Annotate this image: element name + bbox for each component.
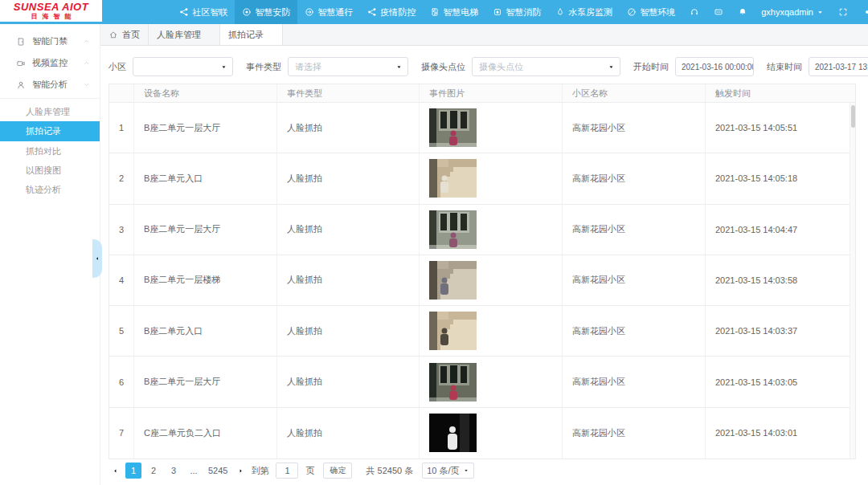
event-type-cell: 人脸抓拍	[277, 357, 420, 407]
goto-page-input[interactable]	[276, 463, 298, 479]
username: gxhyxqadmin	[761, 7, 813, 17]
chevron-down-icon	[463, 467, 469, 474]
event-type-filter-label: 事件类型	[246, 61, 281, 73]
top-nav-item[interactable]: 疫情防控	[360, 0, 423, 24]
page-button[interactable]: 3	[166, 463, 182, 479]
event-snapshot-image[interactable]	[429, 414, 477, 452]
sidebar-item[interactable]: 人脸库管理	[0, 102, 100, 121]
tab-bar: 首页人脸库管理抓拍记录	[100, 24, 868, 46]
message-button[interactable]	[706, 0, 731, 24]
event-snapshot-image[interactable]	[429, 261, 477, 300]
sidebar-item[interactable]: 以图搜图	[0, 161, 100, 180]
event-snapshot-image[interactable]	[429, 108, 477, 147]
chevron-down-icon	[220, 63, 227, 71]
elevator-icon	[430, 7, 440, 17]
chevron-down-icon	[608, 63, 615, 71]
speaker-button[interactable]	[856, 7, 868, 17]
column-header	[109, 84, 134, 103]
device-name-cell: B座二单元入口	[134, 306, 277, 357]
community-name-cell: 高新花园小区	[563, 408, 706, 459]
sidebar-collapse-handle[interactable]	[92, 239, 102, 278]
top-nav-item[interactable]: 智慧安防	[235, 0, 297, 24]
event-image-cell	[420, 153, 563, 204]
table-row: 4B座二单元一层楼梯人脸抓拍高新花园小区2021-03-15 14:03:58	[109, 255, 855, 306]
fullscreen-icon	[838, 7, 848, 17]
community-filter-label: 小区	[108, 61, 126, 73]
row-index: 7	[109, 408, 134, 459]
device-name-cell: B座二单元一层大厅	[134, 103, 277, 153]
table-body: 1B座二单元一层大厅人脸抓拍高新花园小区2021-03-15 14:05:512…	[109, 103, 855, 459]
tab-3[interactable]: 抓拍记录	[220, 24, 283, 45]
event-image-cell	[420, 357, 563, 407]
community-select[interactable]	[133, 57, 233, 76]
table-header-row: 设备名称事件类型事件图片小区名称触发时间	[109, 84, 855, 103]
end-time-input[interactable]: 2021-03-17 13:06:04	[809, 57, 868, 76]
start-time-input[interactable]: 2021-03-16 00:00:00	[675, 57, 754, 76]
tab-2[interactable]: 人脸库管理	[149, 24, 220, 45]
event-type-cell: 人脸抓拍	[277, 153, 420, 204]
community-name-cell: 高新花园小区	[563, 153, 706, 204]
top-nav-item[interactable]: 水泵房监测	[548, 0, 620, 24]
event-type-cell: 人脸抓拍	[277, 408, 420, 459]
event-snapshot-image[interactable]	[429, 210, 477, 249]
event-snapshot-image[interactable]	[429, 159, 477, 198]
page-button[interactable]: 5245	[206, 463, 230, 479]
prev-page-button[interactable]	[108, 463, 121, 479]
table-row: 7C座二单元负二入口人脸抓拍高新花园小区2021-03-15 14:03:01	[109, 408, 855, 459]
next-page-button[interactable]	[234, 463, 247, 479]
headset-button[interactable]	[682, 0, 706, 24]
message-icon	[714, 7, 723, 17]
goto-confirm-button[interactable]: 确定	[323, 463, 352, 479]
shield-target-icon	[242, 7, 252, 17]
top-nav-item[interactable]: 社区智联	[172, 0, 235, 24]
event-type-cell: 人脸抓拍	[277, 306, 420, 357]
table-row: 1B座二单元一层大厅人脸抓拍高新花园小区2021-03-15 14:05:51	[109, 103, 855, 153]
trigger-time-cell: 2021-03-15 14:03:37	[706, 306, 855, 357]
sidebar-group-3[interactable]: 智能分析	[0, 74, 100, 96]
sidebar-item-label: 轨迹分析	[26, 184, 61, 196]
sidebar-group-2[interactable]: 视频监控	[0, 52, 100, 74]
user-menu[interactable]: gxhyxqadmin	[755, 0, 830, 24]
total-count-label: 共 52450 条	[366, 465, 413, 477]
chevron-up-icon	[83, 59, 90, 67]
caret-down-icon	[817, 9, 824, 16]
tab-1[interactable]: 首页	[100, 24, 149, 45]
column-header: 小区名称	[563, 84, 706, 103]
pagination: 123...5245 到第 页 确定 共 52450 条 10 条/页	[108, 461, 474, 480]
top-nav-item-label: 智慧消防	[506, 6, 541, 18]
sidebar-item[interactable]: 抓拍对比	[0, 141, 100, 161]
top-nav-item-label: 疫情防控	[380, 6, 416, 18]
event-snapshot-image[interactable]	[429, 363, 477, 401]
table-scrollbar[interactable]	[850, 103, 855, 459]
table-row: 6B座二单元一层大厅人脸抓拍高新花园小区2021-03-15 14:03:05	[109, 357, 855, 407]
page-button[interactable]: 1	[125, 463, 141, 479]
top-nav-item[interactable]: 智慧通行	[297, 0, 360, 24]
row-index: 3	[109, 205, 134, 255]
device-name-cell: B座二单元一层大厅	[134, 357, 277, 407]
sidebar-item[interactable]: 抓拍记录	[0, 121, 100, 141]
device-name-cell: B座二单元入口	[134, 153, 277, 204]
tab-close-icon[interactable]	[268, 31, 274, 38]
page-button[interactable]: 2	[145, 463, 162, 479]
tab-label: 首页	[122, 29, 140, 41]
top-nav-item[interactable]: 智慧环境	[620, 0, 682, 24]
top-nav-item[interactable]: 智慧消防	[485, 0, 548, 24]
fullscreen-button[interactable]	[830, 7, 856, 17]
top-nav-item[interactable]: 智慧电梯	[423, 0, 485, 24]
camera-select[interactable]: 摄像头点位	[472, 57, 620, 76]
event-type-select[interactable]: 请选择	[288, 57, 408, 76]
event-snapshot-image[interactable]	[429, 312, 477, 350]
sidebar-item[interactable]: 轨迹分析	[0, 180, 100, 199]
bell-button[interactable]	[731, 0, 755, 24]
tab-close-icon[interactable]	[205, 31, 211, 38]
trigger-time-cell: 2021-03-15 14:03:58	[706, 255, 855, 306]
device-name-cell: B座二单元一层大厅	[134, 205, 277, 255]
sidebar-group-1[interactable]: 智能门禁	[0, 31, 100, 52]
page-size-select[interactable]: 10 条/页	[422, 463, 473, 479]
community-name-cell: 高新花园小区	[563, 103, 706, 153]
event-image-cell	[420, 103, 563, 153]
row-index: 4	[109, 255, 134, 306]
sidebar-group-label: 视频监控	[32, 57, 68, 69]
scrollbar-thumb[interactable]	[851, 105, 855, 128]
start-time-label: 开始时间	[633, 61, 669, 73]
